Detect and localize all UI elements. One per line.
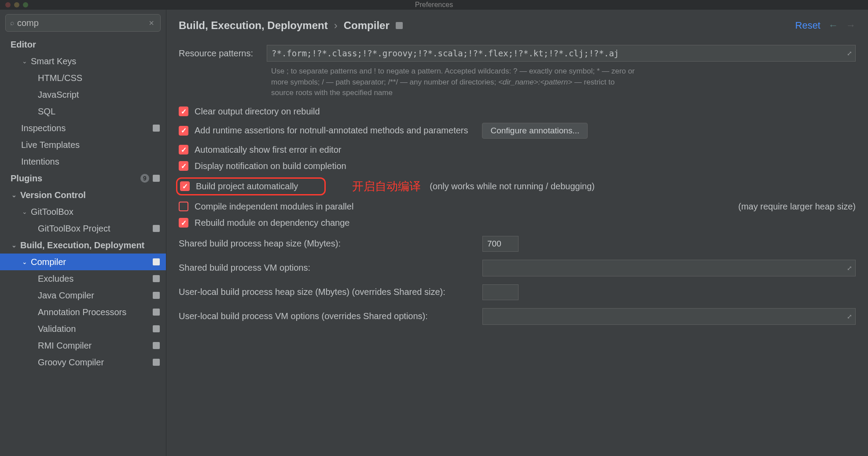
label-auto-show-error: Automatically show first error in editor <box>195 145 341 155</box>
sidebar-item-validation[interactable]: Validation <box>0 320 166 337</box>
sidebar-item-rmi-compiler[interactable]: RMI Compiler <box>0 337 166 354</box>
window-minimize-icon[interactable] <box>14 2 19 7</box>
label-rebuild-dep: Rebuild module on dependency change <box>195 218 350 228</box>
label-runtime-assertions: Add runtime assertions for notnull-annot… <box>195 125 468 136</box>
checkbox-build-auto[interactable] <box>180 181 190 191</box>
main-panel: Build, Execution, Deployment › Compiler … <box>166 10 868 456</box>
project-scope-icon <box>153 309 160 316</box>
label-user-heap: User-local build process heap size (Mbyt… <box>179 287 474 297</box>
input-user-heap[interactable] <box>482 284 519 300</box>
project-scope-icon <box>153 292 160 299</box>
sidebar-item-plugins[interactable]: Plugins9 <box>0 170 166 187</box>
project-scope-icon <box>153 342 160 349</box>
input-shared-vm[interactable] <box>482 260 856 276</box>
chevron-down-icon: ⌄ <box>21 208 28 215</box>
sidebar-item-html-css[interactable]: HTML/CSS <box>0 70 166 86</box>
project-scope-icon <box>153 325 160 332</box>
sidebar-item-java-compiler[interactable]: Java Compiler <box>0 287 166 304</box>
input-user-vm[interactable] <box>482 308 856 325</box>
project-scope-icon <box>153 359 160 366</box>
nav-back-icon[interactable]: ← <box>828 20 838 31</box>
sidebar-item-gittoolbox-project[interactable]: GitToolBox Project <box>0 220 166 237</box>
chevron-down-icon: ⌄ <box>11 191 18 199</box>
sidebar-item-bed[interactable]: ⌄Build, Execution, Deployment <box>0 237 166 254</box>
sidebar-item-compiler[interactable]: ⌄Compiler <box>0 254 166 270</box>
checkbox-compile-parallel[interactable] <box>179 202 188 211</box>
label-shared-vm: Shared build process VM options: <box>179 263 474 273</box>
breadcrumb-sep: › <box>334 19 338 32</box>
sidebar-item-editor[interactable]: Editor <box>0 36 166 53</box>
project-scope-icon <box>153 225 160 232</box>
checkbox-auto-show-error[interactable] <box>179 145 188 154</box>
label-build-auto: Build project automatically <box>196 181 298 191</box>
sidebar-item-inspections[interactable]: Inspections <box>0 120 166 136</box>
resource-patterns-hint: Use ; to separate patterns and ! to nega… <box>271 66 856 99</box>
project-scope-icon <box>153 125 160 132</box>
titlebar: Preferences <box>0 0 868 10</box>
breadcrumb-current: Compiler <box>344 19 390 32</box>
sidebar-item-annotation-processors[interactable]: Annotation Processors <box>0 304 166 320</box>
expand-field-icon[interactable]: ⤢ <box>847 50 852 57</box>
search-icon: ⌕ <box>10 19 15 27</box>
configure-annotations-button[interactable]: Configure annotations... <box>482 123 588 139</box>
sidebar: ⌕ × Editor ⌄Smart Keys HTML/CSS JavaScri… <box>0 10 166 456</box>
settings-tree: Editor ⌄Smart Keys HTML/CSS JavaScript S… <box>0 36 166 456</box>
note-build-auto: (only works while not running / debuggin… <box>430 181 595 191</box>
checkbox-clear-output[interactable] <box>179 107 188 116</box>
sidebar-item-groovy-compiler[interactable]: Groovy Compiler <box>0 354 166 371</box>
sidebar-item-excludes[interactable]: Excludes <box>0 270 166 287</box>
clear-search-icon[interactable]: × <box>147 18 156 28</box>
expand-field-icon[interactable]: ⤢ <box>847 265 852 272</box>
sidebar-item-gittoolbox[interactable]: ⌄GitToolBox <box>0 203 166 220</box>
checkbox-rebuild-dep[interactable] <box>179 218 188 228</box>
label-shared-heap: Shared build process heap size (Mbytes): <box>179 239 474 249</box>
chevron-down-icon: ⌄ <box>21 258 28 265</box>
label-user-vm: User-local build process VM options (ove… <box>179 311 474 321</box>
search-input[interactable] <box>15 18 147 28</box>
chevron-down-icon: ⌄ <box>11 242 18 249</box>
label-build-notification: Display notification on build completion <box>195 161 346 171</box>
window-close-icon[interactable] <box>5 2 11 7</box>
label-clear-output: Clear output directory on rebuild <box>195 107 320 117</box>
checkbox-runtime-assertions[interactable] <box>179 126 188 136</box>
sidebar-item-smart-keys[interactable]: ⌄Smart Keys <box>0 53 166 70</box>
sidebar-item-version-control[interactable]: ⌄Version Control <box>0 187 166 203</box>
resource-patterns-input[interactable] <box>267 45 856 62</box>
annotation-text: 开启自动编译 <box>352 179 421 194</box>
breadcrumb: Build, Execution, Deployment › Compiler <box>179 19 403 32</box>
reset-button[interactable]: Reset <box>795 20 820 31</box>
project-scope-icon <box>396 22 403 29</box>
chevron-down-icon: ⌄ <box>21 58 28 65</box>
breadcrumb-parent: Build, Execution, Deployment <box>179 19 328 32</box>
sidebar-item-javascript[interactable]: JavaScript <box>0 86 166 103</box>
window-title: Preferences <box>415 1 453 9</box>
search-box[interactable]: ⌕ × <box>5 14 161 32</box>
project-scope-icon <box>153 175 160 182</box>
sidebar-item-sql[interactable]: SQL <box>0 103 166 120</box>
annotation-highlight-box: Build project automatically <box>176 177 326 195</box>
project-scope-icon <box>153 275 160 282</box>
sidebar-item-live-templates[interactable]: Live Templates <box>0 136 166 153</box>
nav-forward-icon: → <box>846 20 856 31</box>
resource-patterns-label: Resource patterns: <box>179 45 267 59</box>
note-compile-parallel: (may require larger heap size) <box>729 202 856 212</box>
sidebar-item-intentions[interactable]: Intentions <box>0 153 166 170</box>
plugins-badge: 9 <box>140 174 149 183</box>
expand-field-icon[interactable]: ⤢ <box>847 313 852 320</box>
label-compile-parallel: Compile independent modules in parallel <box>195 202 353 212</box>
checkbox-build-notification[interactable] <box>179 161 188 171</box>
window-zoom-icon[interactable] <box>23 2 28 7</box>
input-shared-heap[interactable] <box>482 236 519 252</box>
project-scope-icon <box>153 258 160 265</box>
